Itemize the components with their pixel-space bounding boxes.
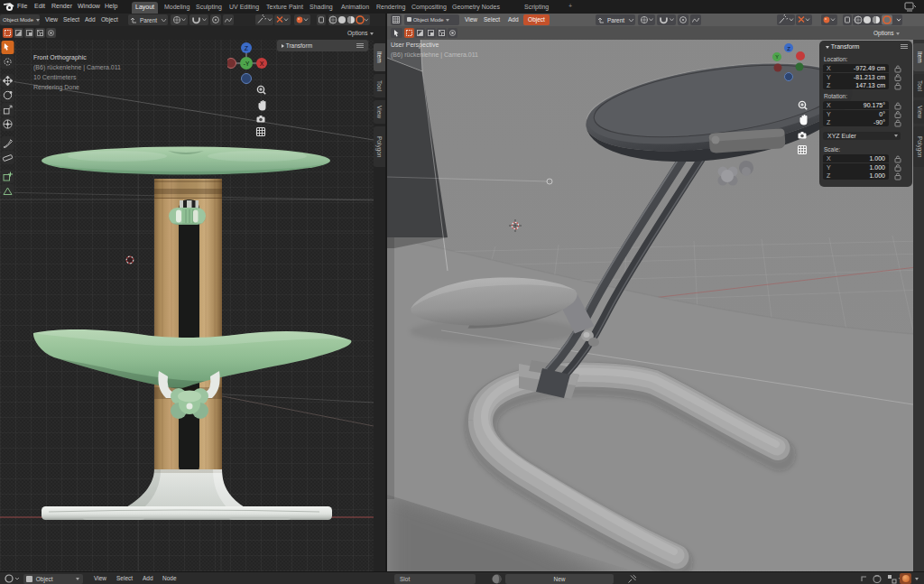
svg-text:Y: Y <box>775 54 779 60</box>
svg-text:Parent: Parent <box>607 17 624 23</box>
svg-text:-Y: -Y <box>244 60 250 67</box>
svg-text:Parent: Parent <box>140 17 157 23</box>
svg-text:X: X <box>260 60 264 67</box>
svg-text:Z: Z <box>245 45 249 51</box>
svg-text:Z: Z <box>787 46 790 51</box>
